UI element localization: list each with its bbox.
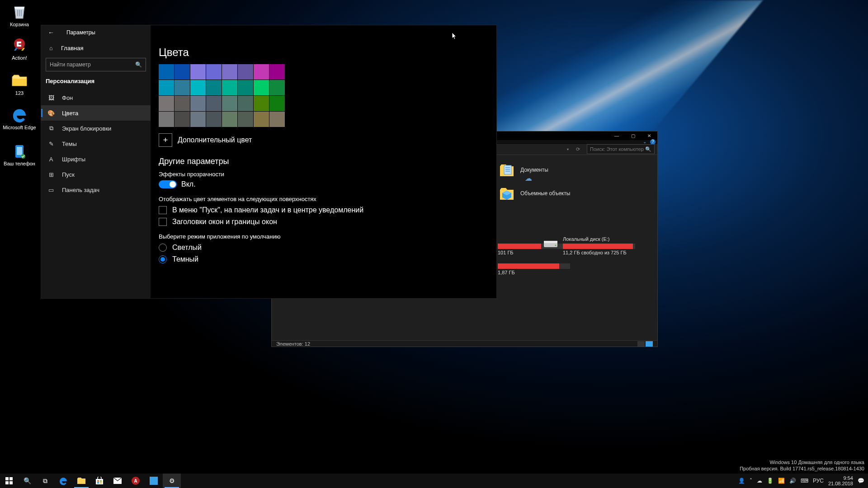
checkbox-title-borders[interactable]: Заголовки окон и границы окон [159, 218, 488, 226]
minimize-button[interactable]: — [609, 131, 625, 140]
taskbar-explorer[interactable] [72, 474, 90, 488]
taskbar-settings[interactable]: ⚙ [163, 474, 181, 488]
settings-search[interactable]: Найти параметр 🔍 [46, 58, 146, 71]
color-swatch[interactable] [222, 80, 237, 95]
color-swatch[interactable] [269, 64, 285, 80]
desktop-icon-phone[interactable]: Ваш телефон [3, 142, 36, 166]
search-button[interactable]: 🔍 [18, 474, 36, 488]
start-icon: ⊞ [47, 171, 55, 178]
drive-item[interactable]: 1,87 ГБ [498, 262, 570, 275]
color-swatch[interactable] [190, 64, 206, 80]
desktop-icon-action[interactable]: Action! [3, 36, 36, 61]
people-icon[interactable]: 👤 [738, 478, 745, 484]
color-swatch[interactable] [190, 96, 206, 111]
color-swatch[interactable] [206, 96, 222, 111]
color-swatch[interactable] [238, 64, 253, 80]
refresh-icon[interactable]: ⟳ [576, 146, 584, 152]
sidebar-item-themes[interactable]: ✎Темы [41, 136, 151, 151]
close-button[interactable]: ✕ [641, 131, 657, 140]
tray-expand-icon[interactable]: ˄ [750, 478, 752, 484]
color-swatch[interactable] [238, 80, 253, 95]
address-dropdown-icon[interactable]: ▾ [567, 147, 573, 151]
option-label: Эффекты прозрачности [159, 171, 488, 178]
task-view-button[interactable]: ⧉ [36, 474, 54, 488]
language-indicator[interactable]: РУС [813, 478, 824, 484]
color-swatch[interactable] [222, 64, 237, 80]
taskbar-app[interactable] [145, 474, 163, 488]
desktop-icon-folder[interactable]: 123 [3, 71, 36, 96]
sidebar-item-taskbar[interactable]: ▭Панель задач [41, 182, 151, 197]
color-swatch[interactable] [238, 96, 253, 111]
home-label: Главная [61, 45, 83, 52]
sidebar-item-lockscreen[interactable]: ⧉Экран блокировки [41, 121, 151, 136]
start-button[interactable] [0, 474, 18, 488]
color-swatch[interactable] [254, 112, 269, 127]
color-swatch[interactable] [269, 96, 285, 111]
folder-item[interactable]: Документы [498, 160, 611, 180]
view-details-button[interactable] [637, 341, 645, 347]
color-swatch[interactable] [175, 80, 190, 95]
sidebar-item-colors[interactable]: 🎨Цвета [41, 105, 151, 121]
color-swatch[interactable] [206, 80, 222, 95]
radio-light[interactable]: Светлый [159, 244, 488, 252]
help-icon[interactable]: ? [650, 139, 656, 145]
onedrive-icon[interactable]: ☁ [757, 478, 762, 484]
desktop-icon-label: Корзина [10, 22, 29, 27]
color-swatch[interactable] [254, 64, 269, 80]
desktop-icon-edge[interactable]: Microsoft Edge [3, 106, 36, 130]
action-center-icon[interactable]: 💬 [858, 478, 864, 484]
radio-dark[interactable]: Темный [159, 255, 488, 263]
color-swatch[interactable] [175, 64, 190, 80]
drive-item[interactable]: Локальный диск (E:) 11,2 ГБ свободно из … [543, 236, 656, 255]
maximize-button[interactable]: ▢ [625, 131, 641, 140]
wifi-icon[interactable]: 📶 [778, 478, 785, 484]
phone-icon [10, 142, 28, 160]
transparency-toggle[interactable]: Вкл. [159, 180, 488, 188]
desktop-icon-recycle[interactable]: Корзина [3, 3, 36, 27]
color-swatch[interactable] [190, 112, 206, 127]
svg-rect-0 [17, 10, 18, 16]
battery-icon[interactable]: 🔋 [767, 478, 774, 484]
sidebar-home[interactable]: ⌂ Главная [41, 40, 151, 56]
view-icons-button[interactable] [646, 341, 653, 347]
back-button[interactable]: ← [46, 29, 57, 36]
color-swatch[interactable] [159, 96, 174, 111]
keyboard-icon[interactable]: ⌨ [801, 478, 808, 484]
color-swatch[interactable] [238, 112, 253, 127]
color-swatch[interactable] [159, 80, 174, 95]
sidebar-item-fonts[interactable]: AШрифты [41, 151, 151, 167]
ribbon-expand-icon[interactable]: ⌄ [642, 139, 647, 145]
drive-icon [543, 238, 558, 253]
color-swatch[interactable] [222, 96, 237, 111]
color-swatch[interactable] [175, 96, 190, 111]
search-icon: 🔍 [645, 146, 651, 152]
color-swatch[interactable] [254, 80, 269, 95]
svg-rect-8 [505, 167, 510, 168]
folder-item[interactable]: Объемные объекты [498, 183, 611, 204]
sidebar-item-background[interactable]: 🖼Фон [41, 90, 151, 105]
color-swatch[interactable] [159, 112, 174, 127]
svg-rect-26 [150, 477, 158, 485]
custom-color-button[interactable]: + Дополнительный цвет [159, 133, 488, 147]
color-swatch[interactable] [175, 112, 190, 127]
color-swatch[interactable] [222, 112, 237, 127]
explorer-search[interactable]: Поиск: Этот компьютер 🔍 [587, 144, 655, 154]
clock[interactable]: 9:54 21.08.2018 [828, 475, 853, 486]
taskbar-store[interactable] [90, 474, 108, 488]
taskbar-mail[interactable] [108, 474, 127, 488]
color-swatch[interactable] [269, 80, 285, 95]
color-swatch[interactable] [206, 64, 222, 80]
volume-icon[interactable]: 🔊 [789, 478, 796, 484]
taskbar-edge[interactable] [54, 474, 72, 488]
taskbar-action[interactable]: A [127, 474, 145, 488]
color-swatch[interactable] [269, 112, 285, 127]
svg-text:A: A [134, 479, 137, 483]
sidebar-item-start[interactable]: ⊞Пуск [41, 167, 151, 182]
checkbox-start-taskbar[interactable]: В меню "Пуск", на панели задач и в центр… [159, 206, 488, 214]
color-swatch[interactable] [159, 64, 174, 80]
folder-label: Объемные объекты [520, 190, 570, 197]
color-swatch[interactable] [206, 112, 222, 127]
color-swatch[interactable] [190, 80, 206, 95]
color-swatch[interactable] [254, 96, 269, 111]
svg-rect-18 [96, 479, 103, 484]
